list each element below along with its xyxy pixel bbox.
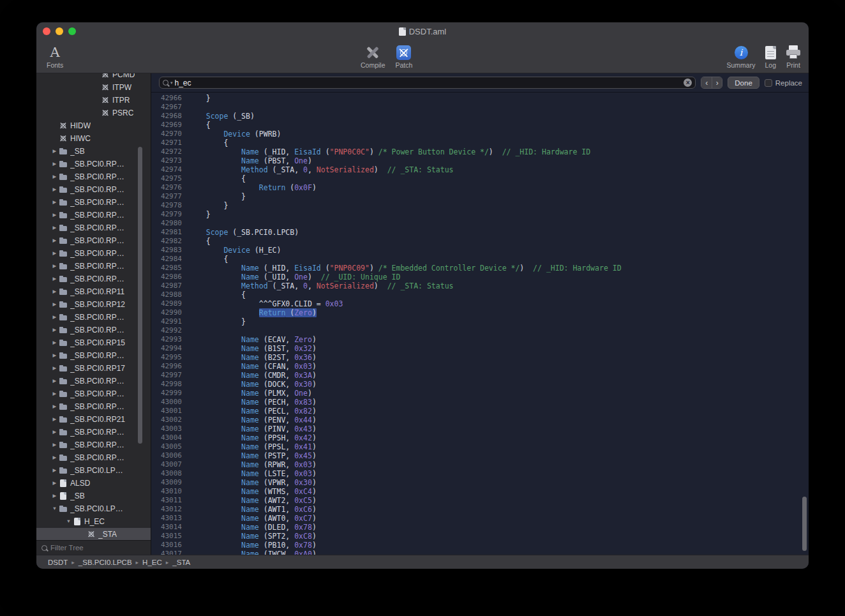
code-line[interactable]: 42995 Name (B2ST, 0x36) [151,353,809,362]
close-button[interactable] [43,27,50,35]
code-line[interactable]: 43008 Name (LSTE, 0x03) [151,469,809,478]
code-line[interactable]: 43002 Name (PENV, 0x44) [151,416,809,424]
search-field[interactable]: ▾ × [159,77,696,89]
tree-item[interactable]: ITPR [36,94,151,107]
find-previous-button[interactable]: ‹ [701,77,712,88]
code-line[interactable]: 42986 Name (_UID, One) // _UID: Unique I… [151,273,809,282]
code-line[interactable]: 42967 [151,103,809,112]
disclosure-collapsed-icon[interactable]: ▶ [50,464,59,477]
disclosure-collapsed-icon[interactable]: ▶ [50,413,59,426]
disclosure-collapsed-icon[interactable]: ▶ [50,273,59,285]
code-line[interactable]: 42974 Method (_STA, 0, NotSerialized) //… [151,165,809,174]
disclosure-collapsed-icon[interactable]: ▶ [50,387,59,400]
code-line[interactable]: 42993 Name (ECAV, Zero) [151,335,809,344]
disclosure-expanded-icon[interactable]: ▼ [50,502,59,515]
disclosure-collapsed-icon[interactable]: ▶ [50,170,59,183]
code-line[interactable]: 42992 [151,326,809,335]
tree-item[interactable]: ▶_SB.PCI0.RP… [36,426,151,439]
code-line[interactable]: 43014 Name (DLED, 0x78) [151,523,809,532]
code-line[interactable]: 42996 Name (CFAN, 0x03) [151,362,809,371]
tree-item[interactable]: ▶_SB.PCI0.RP… [36,247,151,260]
fonts-button[interactable]: A Fonts [47,43,63,69]
code-line[interactable]: 43007 Name (RPWR, 0x03) [151,460,809,469]
disclosure-collapsed-icon[interactable]: ▶ [50,285,59,298]
disclosure-collapsed-icon[interactable]: ▶ [50,247,59,260]
code-line[interactable]: 42989 ^^^GFX0.CLID = 0x03 [151,299,809,308]
sidebar-scrollbar[interactable] [138,147,142,444]
code-line[interactable]: 42999 Name (PLMX, One) [151,389,809,398]
code-line[interactable]: 43013 Name (AWT0, 0xC7) [151,514,809,523]
tree-item[interactable]: ▶_SB.PCI0.RP… [36,451,151,464]
disclosure-collapsed-icon[interactable]: ▶ [50,375,59,387]
tree-item[interactable]: ▼H_EC [36,515,151,528]
code-line[interactable]: 42987 Method (_STA, 0, NotSerialized) //… [151,282,809,290]
breadcrumb-item[interactable]: H_EC [142,559,162,566]
code-line[interactable]: 42983 Device (H_EC) [151,246,809,255]
code-line[interactable]: 43012 Name (AWT1, 0xC6) [151,505,809,514]
breadcrumb-item[interactable]: _STA [172,559,190,566]
tree-item[interactable]: ▶_SB.PCI0.LP… [36,464,151,477]
code-line[interactable]: 43004 Name (PPSH, 0x42) [151,433,809,442]
tree-item[interactable]: ▶_SB.PCI0.RP… [36,349,151,362]
code-line[interactable]: 43016 Name (PB10, 0x78) [151,541,809,550]
disclosure-collapsed-icon[interactable]: ▶ [50,183,59,196]
tree-item[interactable]: HIDW [36,119,151,132]
tree-item[interactable]: _STA [36,528,151,540]
tree-item[interactable]: ▶_SB.PCI0.RP… [36,439,151,451]
code-line[interactable]: 42980 [151,219,809,228]
code-line[interactable]: 42978 } [151,201,809,210]
breadcrumb-item[interactable]: _SB.PCI0.LPCB [79,559,132,566]
tree-item[interactable]: PCMD [36,73,151,81]
code-line[interactable]: 42990 Return (Zero) [151,308,809,317]
code-line[interactable]: 42968 Scope (_SB) [151,112,809,121]
code-line[interactable]: 42997 Name (CMDR, 0x3A) [151,371,809,380]
disclosure-collapsed-icon[interactable]: ▶ [50,349,59,362]
replace-checkbox[interactable] [765,79,772,87]
code-line[interactable]: 42973 Name (PBST, One) [151,156,809,165]
tree-item[interactable]: ▶_SB.PCI0.RP12 [36,298,151,311]
tree-item[interactable]: ▶_SB.PCI0.RP… [36,400,151,413]
code-line[interactable]: 42977 } [151,192,809,201]
disclosure-collapsed-icon[interactable]: ▶ [50,222,59,234]
print-button[interactable]: Print [786,43,801,69]
disclosure-collapsed-icon[interactable]: ▶ [50,196,59,209]
disclosure-collapsed-icon[interactable]: ▶ [50,439,59,451]
tree-item[interactable]: ▶_SB.PCI0.RP11 [36,285,151,298]
filter-tree-input[interactable] [50,544,146,552]
code-line[interactable]: 43010 Name (WTMS, 0xC4) [151,487,809,496]
code-line[interactable]: 42972 Name (_HID, EisaId ("PNP0C0C") /* … [151,147,809,156]
tree-item[interactable]: ▶_SB.PCI0.RP… [36,387,151,400]
tree-item[interactable]: ▶_SB.PCI0.RP… [36,273,151,285]
tree-item[interactable]: HIWC [36,132,151,145]
code-line[interactable]: 42981 Scope (_SB.PCI0.LPCB) [151,228,809,237]
disclosure-collapsed-icon[interactable]: ▶ [50,234,59,247]
disclosure-collapsed-icon[interactable]: ▶ [50,260,59,273]
disclosure-collapsed-icon[interactable]: ▶ [50,477,59,490]
code-line[interactable]: 43001 Name (PECL, 0x82) [151,407,809,416]
disclosure-expanded-icon[interactable]: ▼ [64,515,73,528]
code-line[interactable]: 42994 Name (B1ST, 0x32) [151,344,809,353]
disclosure-collapsed-icon[interactable]: ▶ [50,336,59,349]
disclosure-collapsed-icon[interactable]: ▶ [50,298,59,311]
tree-item[interactable]: ▶_SB.PCI0.RP… [36,196,151,209]
search-input[interactable] [175,79,682,87]
code-line[interactable]: 42998 Name (DOCK, 0x30) [151,380,809,389]
code-area[interactable]: 42966 }4296742968 Scope (_SB)42969 {4297… [151,93,809,555]
code-line[interactable]: 43017 Name (IWCW, 0xA0) [151,550,809,555]
code-line[interactable]: 42985 Name (_HID, EisaId ("PNP0C09") /* … [151,264,809,273]
tree-item[interactable]: ▶_SB.PCI0.RP21 [36,413,151,426]
code-line[interactable]: 42976 Return (0x0F) [151,183,809,192]
code-line[interactable]: 43009 Name (VPWR, 0x30) [151,478,809,487]
disclosure-collapsed-icon[interactable]: ▶ [50,158,59,170]
code-line[interactable]: 42979 } [151,210,809,219]
code-line[interactable]: 42984 { [151,255,809,264]
tree-item[interactable]: ▶_SB [36,490,151,502]
code-line[interactable]: 43000 Name (PECH, 0x83) [151,398,809,407]
code-line[interactable]: 42971 { [151,139,809,147]
tree-item[interactable]: ▶_SB.PCI0.RP… [36,311,151,324]
tree-item[interactable]: ▶_SB.PCI0.RP… [36,375,151,387]
disclosure-collapsed-icon[interactable]: ▶ [50,324,59,336]
find-next-button[interactable]: › [712,77,722,88]
zoom-button[interactable] [68,27,76,35]
clear-search-button[interactable]: × [684,79,692,87]
